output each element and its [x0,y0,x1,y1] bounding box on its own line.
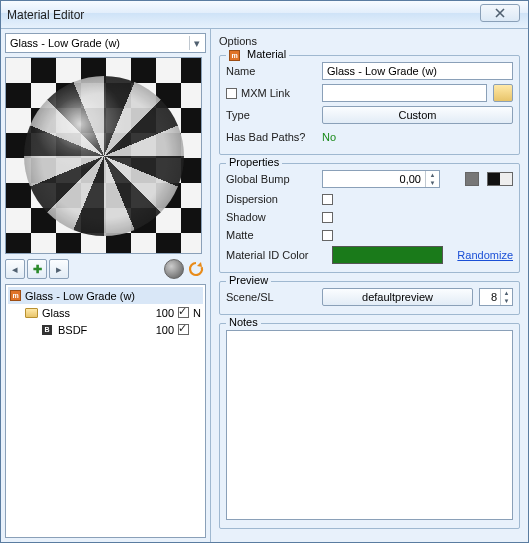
matte-label: Matte [226,229,316,241]
mxm-input[interactable] [322,84,487,102]
material-dropdown[interactable]: Glass - Low Grade (w) ▾ [5,33,206,53]
folder-icon [25,308,38,318]
tree-child-label: BSDF [58,324,87,336]
tree-root-label: Glass - Low Grade (w) [25,290,135,302]
props-legend: Properties [226,156,282,168]
globalbump-input[interactable]: 0,00 ▲▼ [322,170,440,188]
tree-root[interactable]: m Glass - Low Grade (w) [8,287,203,304]
mxm-checkbox[interactable] [226,88,237,99]
preview-toolbar: ◂ ✚ ▸ [5,258,206,280]
dispersion-label: Dispersion [226,193,316,205]
plus-icon: ✚ [33,263,42,276]
preview-sphere [24,76,184,236]
matid-label: Material ID Color [226,249,326,261]
options-title: Options [219,35,520,47]
tree-child-value: 100 [156,324,174,336]
badpaths-value: No [322,131,336,143]
sphere-mode-button[interactable] [164,259,184,279]
globalbump-label: Global Bump [226,173,316,185]
prev-button[interactable]: ◂ [5,259,25,279]
scene-label: Scene/SL [226,291,316,303]
name-input[interactable]: Glass - Low Grade (w) [322,62,513,80]
spin-up-icon[interactable]: ▲ [426,171,439,179]
notes-legend: Notes [226,316,261,328]
type-dropdown[interactable]: Custom [322,106,513,124]
refresh-button[interactable] [186,259,206,279]
name-label: Name [226,65,316,77]
notes-textarea[interactable] [226,330,513,520]
shadow-checkbox[interactable] [322,212,333,223]
arrow-right-icon: ▸ [56,263,62,276]
next-button[interactable]: ▸ [49,259,69,279]
material-id-color[interactable] [332,246,443,264]
material-preview [5,57,202,254]
material-tree[interactable]: m Glass - Low Grade (w) Glass 100 N B BS… [5,284,206,538]
add-button[interactable]: ✚ [27,259,47,279]
tree-child-bsdf[interactable]: B BSDF 100 [8,321,203,338]
bump-swatch-b[interactable] [487,172,513,186]
badpaths-label: Has Bad Paths? [226,131,316,143]
refresh-icon [187,260,205,278]
material-icon: m [229,50,240,61]
spin-down-icon[interactable]: ▼ [501,297,512,305]
tree-child-checkbox[interactable] [178,307,189,318]
window-title: Material Editor [7,8,84,22]
tree-child-nflag: N [193,307,201,319]
bsdf-icon: B [42,325,52,335]
tree-child-glass[interactable]: Glass 100 N [8,304,203,321]
preview-legend: Preview [226,274,271,286]
material-icon: m [10,290,21,301]
spin-up-icon[interactable]: ▲ [501,289,512,297]
scene-dropdown[interactable]: defaultpreview [322,288,473,306]
spin-down-icon[interactable]: ▼ [426,179,439,187]
close-icon [494,8,506,18]
bump-swatch-a[interactable] [465,172,479,186]
matte-checkbox[interactable] [322,230,333,241]
mxm-label: MXM Link [241,87,290,99]
material-dropdown-value: Glass - Low Grade (w) [10,37,120,49]
chevron-down-icon: ▾ [189,36,203,50]
browse-button[interactable] [493,84,513,102]
tree-child-label: Glass [42,307,70,319]
type-label: Type [226,109,316,121]
titlebar: Material Editor [1,1,528,29]
tree-child-value: 100 [156,307,174,319]
close-button[interactable] [480,4,520,22]
dispersion-checkbox[interactable] [322,194,333,205]
scene-count-input[interactable]: 8 ▲▼ [479,288,513,306]
randomize-link[interactable]: Randomize [457,249,513,261]
arrow-left-icon: ◂ [12,263,18,276]
tree-child-checkbox[interactable] [178,324,189,335]
material-legend: Material [247,48,286,60]
shadow-label: Shadow [226,211,316,223]
